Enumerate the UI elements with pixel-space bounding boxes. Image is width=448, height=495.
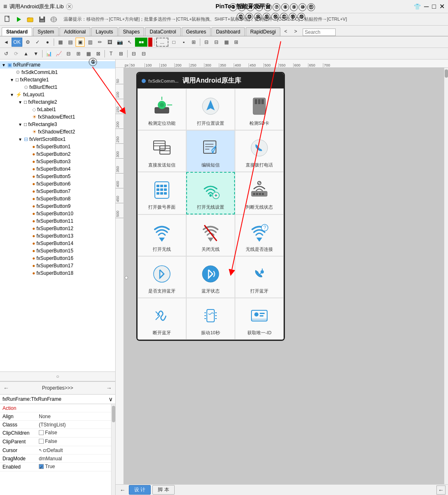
layout-icon1[interactable]: ▦ [56,38,65,47]
prop-val-cursor[interactable]: ↖crDefault [37,446,111,454]
prop-val-enabled[interactable]: ✓True [37,463,111,471]
circle-icon[interactable]: ● [43,38,52,47]
btn-bt-open[interactable]: 打开蓝牙 [235,256,284,298]
layout-icon3[interactable]: ▣ [76,38,85,47]
btn-detect-sd[interactable]: 检测SD卡 [235,88,284,130]
ruler2-icon[interactable]: ⊟ [139,49,148,58]
text-left[interactable]: T [107,49,116,58]
close-left-tab-icon[interactable]: ✕ [66,3,73,10]
layout-icon2[interactable]: ▤ [66,38,75,47]
prop-val-clipchildren[interactable]: False [37,429,111,437]
back-button[interactable]: ← [118,485,127,495]
btn-make-call[interactable]: 直接拨打电话 [235,130,284,172]
red-bar[interactable] [148,38,152,47]
tab-next-icon[interactable]: > [291,27,300,36]
design-tab-button[interactable]: 设 计 [129,485,151,495]
tree-item-fxblureffect1[interactable]: ⊙ fxBlurEffect1 [0,83,115,91]
tree-item-btn8[interactable]: ●fxSuperButton8 [0,195,115,202]
tree-item-fxlabel1[interactable]: ◇ fxLabel1 [0,106,115,113]
undo-button[interactable]: ↺ [2,49,11,58]
tree-item-btn10[interactable]: ●fxSuperButton10 [0,210,115,217]
tree-item-btn12[interactable]: ●fxSuperButton12 [0,225,115,232]
search-input[interactable] [303,29,336,36]
prop-val-classs[interactable]: (TStringList) [37,421,111,428]
btn-wifi-off[interactable]: 关闭无线 [186,214,235,256]
layout4[interactable]: ⊠ [94,49,103,58]
prop-val-action[interactable] [37,407,111,409]
btn-open-dialer[interactable]: 打开拨号界面 [137,172,186,214]
maximize-button[interactable]: □ [432,3,436,10]
btn-vibrate[interactable]: 振动10秒 [186,298,235,340]
align-btn2[interactable]: ⊟ [212,38,221,47]
tree-item-fxrectangle1[interactable]: ▼ □ fxRectangle1 [0,76,115,83]
menu-icon[interactable]: ≡ [3,3,7,10]
btn-wifi-connected[interactable]: ? 无线是否连接 [235,214,284,256]
tree-item-fxshadoweffect1[interactable]: ☀ fxShadowEffect1 [0,113,115,121]
tree-item-btn16[interactable]: ●fxSuperButton16 [0,255,115,262]
layout-icon4[interactable]: ▥ [85,38,95,47]
shirt-icon[interactable]: 👕 [414,3,421,10]
btn-bt-support[interactable]: 是否支持蓝牙 [137,256,186,298]
tree-item-btn3[interactable]: ●fxSuperButton3 [0,158,115,165]
tab-standard[interactable]: Standard [2,27,32,36]
tree-item-btn5[interactable]: ●fxSuperButton5 [0,173,115,180]
square-btn2[interactable]: ▪ [179,38,188,47]
camera-icon[interactable]: 📷 [115,38,124,47]
large-grid[interactable]: ▦ [222,38,231,47]
image-icon[interactable]: 🖼 [105,38,114,47]
down-arrow-btn[interactable]: ▼ [31,49,40,58]
ok-button[interactable]: OK [12,38,22,47]
tab-shapes[interactable]: Shapes [119,27,145,36]
tab-dashboard[interactable]: Dashboard [211,27,245,36]
btn-bt-disconnect[interactable]: 断开蓝牙 [137,298,186,340]
canvas-scrollbar-v[interactable] [444,68,448,484]
align-btn1[interactable]: ⊟ [202,38,211,47]
tree-item-btn18[interactable]: ●fxSuperButton18 [0,269,115,277]
tab-datacontrol[interactable]: DataControl [145,27,180,36]
save-button[interactable] [37,15,47,24]
square-btn1[interactable]: □ [169,38,178,47]
small-grid[interactable]: ⊞ [232,38,241,47]
up-arrow-btn[interactable]: ▲ [21,49,31,58]
btn-open-location-settings[interactable]: 打开位置设置 [186,88,235,130]
tree-item-btn17[interactable]: ●fxSuperButton17 [0,262,115,269]
dashed-btn[interactable]: ... [156,38,168,47]
btn-send-sms[interactable]: 直接发送短信 [137,130,186,172]
tree-item-fxshadoweffect2[interactable]: ☀ fxShadowEffect2 [0,128,115,136]
tree-item-btn2[interactable]: ●fxSuperButton2 [0,150,115,158]
tree-item-btn14[interactable]: ●fxSuperButton14 [0,240,115,247]
tree-item-fxvertscrollbox1[interactable]: ▼ ⊟ fxVertScrollBox1 [0,136,115,143]
enabled-checkbox[interactable]: ✓ [39,464,44,469]
settings-icon[interactable]: ⚙ [23,38,32,47]
tab-additional[interactable]: Additional [59,27,90,36]
prop-val-align[interactable]: None [37,413,111,420]
redo-button[interactable]: ⟳ [12,49,21,58]
props-scrollbar[interactable] [111,404,115,495]
tree-item-fxrectangle3[interactable]: ▼ □ fxRectangle3 [0,121,115,128]
pencil-icon[interactable]: ✏ [95,38,104,47]
tree-item-btn11[interactable]: ●fxSuperButton11 [0,217,115,225]
btn-get-id[interactable]: 获取唯一-ID [235,298,284,340]
tree-item-btn7[interactable]: ●fxSuperButton7 [0,188,115,195]
run-button[interactable] [14,15,24,24]
tree-item-fxrunframe[interactable]: ▼ ▣ fxRunFrame [0,61,115,69]
close-button[interactable]: ✕ [439,2,445,10]
prop-val-clipparent[interactable]: False [37,438,111,446]
tree-item-btn1[interactable]: ●fxSuperButton1 [0,143,115,150]
tab-prev-icon[interactable]: < [281,27,290,36]
green-bar[interactable]: ■■ [135,38,147,47]
btn-detect-location[interactable]: 检测定位功能 [137,88,186,130]
layout-v[interactable]: ⊞ [74,49,83,58]
tree-item-btn15[interactable]: ●fxSuperButton15 [0,247,115,255]
tree-item-fxsdkcommlib1[interactable]: ⚙ fxSdkCommLib1 [0,69,115,76]
props-forward-button[interactable]: → [106,385,112,391]
btn-bt-status[interactable]: 蓝牙状态 [186,256,235,298]
grid-btn[interactable]: ⊞ [189,38,198,47]
props-back-button[interactable]: ← [3,385,9,391]
tree-item-btn6[interactable]: ●fxSuperButton6 [0,180,115,188]
btn-open-wifi-settings[interactable]: 打开无线设置 [186,172,235,214]
layout-h[interactable]: ⊟ [64,49,73,58]
clipparent-checkbox[interactable] [39,439,44,444]
tree-item-btn4[interactable]: ●fxSuperButton4 [0,165,115,173]
minimize-button[interactable]: ─ [424,3,429,10]
